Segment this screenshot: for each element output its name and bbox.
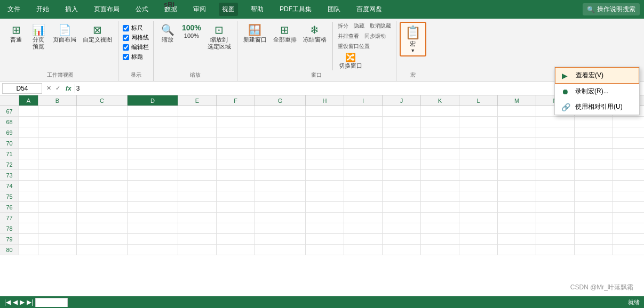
cell[interactable] <box>217 202 255 212</box>
cell[interactable] <box>38 138 77 148</box>
cell[interactable] <box>217 159 255 169</box>
cell[interactable] <box>128 159 178 169</box>
cell[interactable] <box>217 106 255 116</box>
cell[interactable] <box>38 149 77 159</box>
menu-view[interactable]: 视图 <box>219 3 238 16</box>
cell[interactable] <box>77 106 128 116</box>
sheet-nav-next[interactable]: ▶ <box>20 298 25 306</box>
col-header-k[interactable]: K <box>421 95 459 106</box>
cell[interactable] <box>217 149 255 159</box>
cell[interactable] <box>19 127 38 137</box>
cell[interactable] <box>77 245 128 255</box>
cell[interactable] <box>344 170 383 180</box>
cell[interactable] <box>536 170 575 180</box>
cell[interactable] <box>306 138 344 148</box>
cell[interactable] <box>421 127 459 137</box>
cell[interactable] <box>536 245 575 255</box>
cell[interactable] <box>498 234 536 244</box>
col-header-h[interactable]: H <box>306 95 344 106</box>
cell[interactable] <box>536 149 575 159</box>
cell[interactable] <box>217 117 255 127</box>
cell[interactable] <box>217 245 255 255</box>
cell[interactable] <box>217 138 255 148</box>
col-header-m[interactable]: M <box>498 95 536 106</box>
cell[interactable] <box>178 223 217 233</box>
cell[interactable] <box>421 106 459 116</box>
cell[interactable] <box>459 149 498 159</box>
cell[interactable] <box>498 202 536 212</box>
cell[interactable] <box>344 106 383 116</box>
col-header-d[interactable]: D <box>128 95 178 106</box>
cell[interactable] <box>19 159 38 169</box>
cell[interactable] <box>217 234 255 244</box>
cell[interactable] <box>421 202 459 212</box>
btn-normal[interactable]: ⊞ 普通 <box>5 22 27 45</box>
cell[interactable] <box>344 234 383 244</box>
cell[interactable] <box>575 159 613 169</box>
sheet-nav-prev[interactable]: ◀ <box>13 298 18 306</box>
cell[interactable] <box>77 181 128 191</box>
cell[interactable] <box>575 213 613 223</box>
cell[interactable] <box>344 127 383 137</box>
cell[interactable] <box>575 127 613 137</box>
cell[interactable] <box>306 117 344 127</box>
cell[interactable] <box>255 170 306 180</box>
cell[interactable] <box>128 234 178 244</box>
cell[interactable] <box>178 245 217 255</box>
btn-switch-window[interactable]: 🔀 切换窗口 <box>336 51 365 70</box>
cell[interactable] <box>536 138 575 148</box>
cell[interactable] <box>459 234 498 244</box>
cell[interactable] <box>217 223 255 233</box>
cell[interactable] <box>77 138 128 148</box>
cell[interactable] <box>498 170 536 180</box>
cell[interactable] <box>344 181 383 191</box>
cell[interactable] <box>306 159 344 169</box>
cell[interactable] <box>255 223 306 233</box>
cell[interactable] <box>383 117 421 127</box>
btn-macro[interactable]: 📋 宏 ▼ <box>400 22 426 56</box>
sheet-tab-1[interactable]: Sheet1 <box>35 298 68 307</box>
confirm-button[interactable]: ✓ <box>53 84 62 93</box>
gridlines-checkbox[interactable] <box>123 35 129 41</box>
col-header-l[interactable]: L <box>459 95 498 106</box>
cell[interactable] <box>459 159 498 169</box>
cell[interactable] <box>77 127 128 137</box>
cell[interactable] <box>421 234 459 244</box>
cell[interactable] <box>498 159 536 169</box>
check-formula-bar[interactable]: 编辑栏 <box>123 43 149 51</box>
menu-formula[interactable]: 公式 <box>132 3 152 16</box>
cell[interactable] <box>77 223 128 233</box>
cell[interactable] <box>575 202 613 212</box>
cell[interactable] <box>178 191 217 201</box>
cell[interactable] <box>38 159 77 169</box>
cell[interactable] <box>421 223 459 233</box>
btn-split[interactable]: 拆分 <box>336 22 350 30</box>
menu-insert[interactable]: 插入 <box>62 3 81 16</box>
cell[interactable] <box>383 170 421 180</box>
menu-pdf[interactable]: PDF工具集 <box>276 3 315 16</box>
cell[interactable] <box>459 138 498 148</box>
col-header-f[interactable]: F <box>217 95 255 106</box>
btn-custom-view[interactable]: ⊠ 自定义视图 <box>80 22 115 45</box>
cell[interactable] <box>306 234 344 244</box>
col-header-c[interactable]: C <box>77 95 128 106</box>
cell[interactable] <box>498 223 536 233</box>
cell[interactable] <box>38 223 77 233</box>
cell[interactable] <box>459 106 498 116</box>
cell[interactable] <box>459 223 498 233</box>
cell[interactable] <box>128 127 178 137</box>
btn-side-by-side[interactable]: 并排查看 <box>336 32 361 40</box>
cell[interactable] <box>575 245 613 255</box>
cell[interactable] <box>128 202 178 212</box>
cell[interactable] <box>128 106 178 116</box>
cell[interactable] <box>38 106 77 116</box>
btn-sync-scroll[interactable]: 同步滚动 <box>363 32 387 40</box>
btn-new-window[interactable]: 🪟 新建窗口 <box>241 22 269 45</box>
menu-help[interactable]: 帮助 <box>248 3 267 16</box>
cell[interactable] <box>383 223 421 233</box>
cell[interactable] <box>498 117 536 127</box>
headings-checkbox[interactable] <box>123 54 129 60</box>
cell[interactable] <box>19 149 38 159</box>
cell[interactable] <box>128 149 178 159</box>
cell[interactable] <box>255 159 306 169</box>
